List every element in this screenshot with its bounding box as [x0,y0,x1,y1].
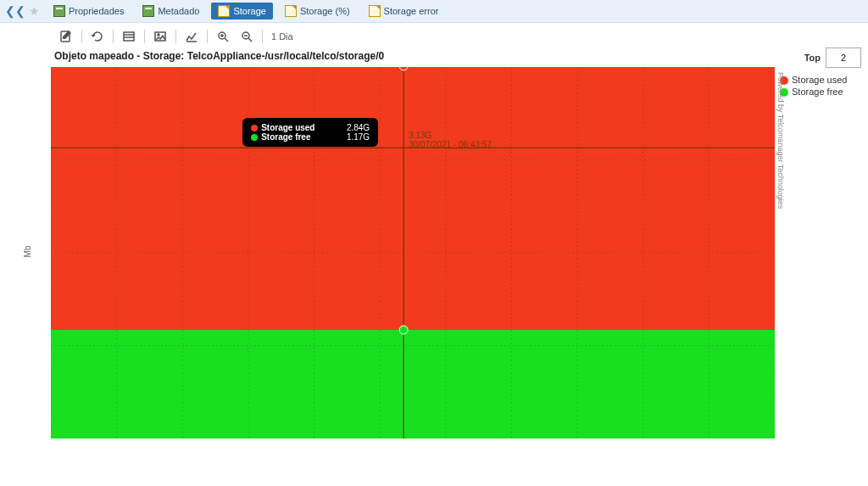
legend-label: Storage used [792,75,847,85]
document-icon [369,5,381,17]
tab-metadado[interactable]: Metadado [136,3,206,20]
tab-storage[interactable]: Storage [211,3,273,20]
legend-label: Storage free [792,87,843,97]
properties-icon [142,5,154,17]
chart-plot-area[interactable]: 01G2G3G4G20:0029/Jul22:0029/Jul00:0030/J… [51,67,775,439]
svg-rect-1 [124,32,134,41]
document-icon [218,5,230,17]
tab-propriedades[interactable]: Propriedades [47,3,131,20]
legend-item[interactable]: Storage free [780,87,861,97]
nav-back-icon[interactable]: ❮❮ [5,4,25,18]
document-icon [285,5,297,17]
top-n-label: Top [804,53,821,63]
edit-icon[interactable] [59,30,73,43]
top-tab-bar: ❮❮ ★ PropriedadesMetadadoStorageStorage … [0,0,868,23]
chart-title: Objeto mapeado - Storage: TelcoAppliance… [0,50,868,67]
tab-label: Propriedades [69,6,124,16]
svg-line-7 [225,38,228,42]
image-icon[interactable] [153,30,167,43]
watermark-text: Powered by Telcomanager Technologies [776,72,785,209]
legend-item[interactable]: Storage used [780,75,861,85]
zoom-out-icon[interactable] [240,30,253,43]
tab-label: Storage error [384,6,439,16]
zoom-in-icon[interactable] [216,30,230,43]
tab-label: Metadado [158,6,199,16]
top-n-input[interactable] [826,47,861,68]
right-panel: Top Storage usedStorage free [780,47,861,98]
refresh-icon[interactable] [91,30,104,43]
crosshair-value-label: 3.13G30/07/2021 - 06:43:57 [409,131,492,149]
svg-point-5 [158,34,159,36]
svg-point-48 [399,326,408,334]
tab-storage-[interactable]: Storage (%) [278,3,357,20]
tab-storage-error[interactable]: Storage error [362,3,446,20]
chart-type-icon[interactable] [185,30,198,43]
tab-label: Storage [233,6,266,16]
period-label: 1 Dia [271,31,293,42]
star-icon[interactable]: ★ [29,4,40,18]
table-icon[interactable] [122,30,136,43]
svg-line-11 [248,38,252,42]
tab-label: Storage (%) [300,6,350,16]
chart-toolbar: 1 Dia [0,23,868,50]
y-axis-label: Mb [23,246,32,258]
properties-icon [53,5,65,17]
